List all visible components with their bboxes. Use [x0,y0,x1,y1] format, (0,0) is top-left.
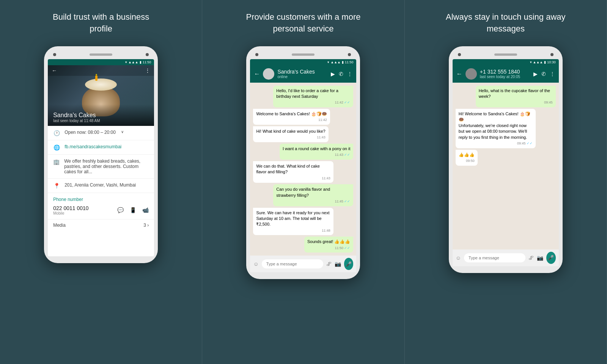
panel-personal-service: Provide customers with a more personal s… [202,0,404,364]
candle [95,75,97,81]
msg-1: Hello, I'd like to order a cake for a bi… [273,86,353,107]
website-row: 🌐 fb.me/sandrascakesmumbai [48,140,154,155]
chat-toolbar-3: ← +1 312 555 1840 last seen today at 20:… [453,65,559,83]
video-icon[interactable]: 📹 [142,207,149,213]
battery-icon: ▮ [140,60,142,64]
speaker-2 [292,53,315,56]
more-icon-2[interactable]: ⋮ [347,71,352,77]
video-call-icon-2[interactable]: ▶ [533,71,538,77]
signal-icon-3: ▲▲▲ [533,60,543,64]
hero-toolbar: ← ⋮ [48,65,154,76]
wifi-icon-2: ▾ [327,60,329,64]
pin-icon: 📍 [53,183,60,189]
call-icon[interactable]: 📱 [130,207,136,213]
contact-status-2: online [277,75,328,79]
contact-name-3: +1 312 555 1840 [480,69,530,75]
address-text: 201, Areniia Corner, Vashi, Mumbai [64,182,136,188]
contact-avatar-2 [263,68,274,80]
panel-business-profile: Build trust with a business profile ▾ ▲▲… [0,0,202,364]
sms-icon[interactable]: 💬 [117,207,124,213]
phone-top-2 [250,53,356,59]
message-input-3[interactable] [464,253,525,262]
panel-away-messages: Always stay in touch using away messages… [405,0,607,364]
msg-3: Hi! What kind of cake would you like? 11… [253,126,328,142]
phone-section: Phone number [48,193,154,204]
battery-icon-3: ▮ [544,60,546,64]
msg-7: Sure. We can have it ready for you next … [253,208,333,235]
camera-dot-3 [255,53,258,56]
website-link[interactable]: fb.me/sandrascakesmumbai [64,144,121,149]
message-input-2[interactable] [262,259,323,268]
camera-dot-6 [550,53,554,56]
camera-icon-3[interactable]: 📷 [537,255,543,261]
hours-row: 🕐 Open now: 08:00 – 20:00 ∨ [48,126,154,140]
phone-1: ▾ ▲▲▲ ▮ 11:50 [44,46,158,263]
status-bar-2: ▾ ▲▲▲ ▮ 11:50 [250,59,356,65]
time-2: 11:50 [345,60,354,64]
profile-info: Sandra's Cakes last seen today at 11:48 … [48,104,154,126]
back-btn-2[interactable]: ← [254,71,260,77]
chat-messages-3: Hello, what is the cupcake flavor of the… [453,83,559,249]
phone-top-3 [453,53,559,59]
address-row: 📍 201, Areniia Corner, Vashi, Mumbai [48,179,154,193]
phone-type: Mobile [53,211,88,215]
msg-8: Sounds great! 👍👍👍 11:50 ✓✓ [304,237,354,253]
msg-6: Can you do vanilla flavor and strawberry… [273,184,353,206]
phone-row: 022 0011 0010 Mobile 💬 📱 📹 [48,204,154,219]
more-icon-3[interactable]: ⋮ [550,71,555,77]
media-label: Media [53,223,66,228]
attach-icon-3[interactable]: 🖇 [528,255,534,261]
wifi-icon: ▾ [125,60,127,64]
media-row: Media 3 › [48,219,154,231]
mic-btn-3[interactable]: 🎤 [546,252,556,264]
emoji-icon-2[interactable]: ☺ [253,261,258,267]
description-row: 🏢 We offer freshly baked breads, cakes, … [48,155,154,179]
time-3: 10:30 [547,60,556,64]
chat-messages-2: Hello, I'd like to order a cake for a bi… [250,83,356,256]
globe-icon: 🌐 [53,144,60,151]
time-1: 11:50 [143,60,151,64]
away-msg-2: Hi! Welcome to Sandra's Cakes! 🎂🍞🍩Unfort… [456,109,536,148]
msg-2: Welcome to Sandra's Cakes! 🎂🍞🍩 11:42 [253,109,330,125]
phone-screen-1: ▾ ▲▲▲ ▮ 11:50 [48,59,154,256]
away-msg-1: Hello, what is the cupcake flavor of the… [476,86,556,107]
camera-dot-2 [146,53,149,56]
wifi-icon-3: ▾ [530,60,532,64]
phone-call-icon[interactable]: ✆ [339,71,343,77]
camera-dot-4 [348,53,351,56]
speaker [90,53,112,56]
video-call-icon[interactable]: ▶ [331,71,335,77]
phone-screen-3: ▾ ▲▲▲ ▮ 10:30 ← +1 312 555 1840 last see… [453,59,559,266]
attach-icon-2[interactable]: 🖇 [326,261,332,267]
speaker-3 [494,53,517,56]
phone-actions: 💬 📱 📹 [117,207,149,213]
panel3-title: Always stay in touch using away messages [445,11,566,35]
more-icon[interactable]: ⋮ [145,67,150,74]
camera-dot-5 [458,53,461,56]
msg-5: We can do that. What kind of cake flavor… [253,161,333,183]
description-text: We offer freshly baked breads, cakes, pa… [64,158,149,174]
battery-icon-2: ▮ [342,60,344,64]
phone-3: ▾ ▲▲▲ ▮ 10:30 ← +1 312 555 1840 last see… [449,46,563,273]
phone-screen-2: ▾ ▲▲▲ ▮ 11:50 ← Sandra's Cakes online ▶ … [250,59,356,273]
camera-dot [53,53,56,56]
cake-frosting [85,78,117,91]
back-icon[interactable]: ← [52,67,57,74]
contact-status-3: last seen today at 20:05 [480,75,530,79]
toolbar-icons-2: ▶ ✆ ⋮ [331,71,352,77]
building-icon: 🏢 [53,159,60,165]
camera-icon-2[interactable]: 📷 [335,261,341,267]
hours-text: Open now: 08:00 – 20:00 [64,130,116,135]
profile-name: Sandra's Cakes [53,112,149,119]
phone-2: ▾ ▲▲▲ ▮ 11:50 ← Sandra's Cakes online ▶ … [246,46,360,279]
phone-number: 022 0011 0010 [53,205,88,211]
profile-details: 🕐 Open now: 08:00 – 20:00 ∨ 🌐 fb.me/sand… [48,126,154,231]
emoji-icon-3[interactable]: ☺ [456,255,461,261]
mic-btn-2[interactable]: 🎤 [344,258,354,270]
phone-call-icon-2[interactable]: ✆ [541,71,546,77]
away-msg-3: 👍👍👍 09:50 [456,150,478,166]
input-bar-2: ☺ 🖇 📷 🎤 [250,256,356,272]
panel2-title: Provide customers with a more personal s… [242,11,364,35]
back-btn-3[interactable]: ← [456,71,462,77]
phone-top-1 [48,53,154,59]
